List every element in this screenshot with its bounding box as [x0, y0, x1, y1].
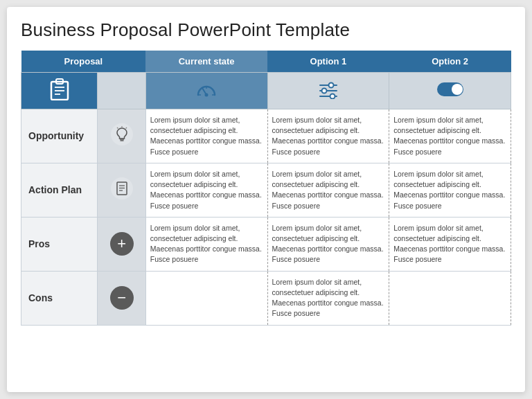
opportunity-opt1: Lorem ipsum dolor sit amet, consectetuer… [267, 109, 389, 163]
cons-opt2 [389, 271, 511, 325]
label-action-plan: Action Plan [21, 163, 98, 217]
speedometer-icon [195, 80, 218, 99]
th-proposal: Proposal [21, 51, 146, 73]
plus-circle-icon: + [110, 232, 134, 256]
row-action-plan: Action Plan Lorem ipsum dolor sit amet, … [21, 163, 511, 217]
icon-opportunity [98, 109, 145, 163]
icon-header-row [21, 73, 511, 109]
page-title: Business Proposal PowerPoint Template [21, 19, 511, 41]
th-option1: Option 1 [267, 51, 389, 73]
proposal-icon-spacer [98, 73, 145, 109]
pros-opt1: Lorem ipsum dolor sit amet, consectetuer… [267, 217, 389, 271]
header-row: Proposal Current state Option 1 Option 2 [21, 51, 511, 73]
cons-current [145, 271, 267, 325]
row-pros: Pros + Lorem ipsum dolor sit amet, conse… [21, 217, 511, 271]
page-container: Business Proposal PowerPoint Template Pr… [7, 7, 525, 392]
icon-pros: + [98, 217, 145, 271]
proposal-header-icon-cell [21, 73, 98, 109]
icon-action-plan [98, 163, 145, 217]
row-opportunity: Opportunity Lorem ipsum dolor sit amet, … [21, 109, 511, 163]
opt2-header-icon-cell [389, 73, 511, 109]
th-current-state: Current state [145, 51, 267, 73]
current-state-header-icon-cell [145, 73, 267, 109]
checklist-icon [110, 177, 134, 200]
action-plan-opt1: Lorem ipsum dolor sit amet, consectetuer… [267, 163, 389, 217]
svg-point-15 [330, 94, 335, 99]
opt1-header-icon-cell [267, 73, 389, 109]
action-plan-current: Lorem ipsum dolor sit amet, consectetuer… [145, 163, 267, 217]
action-plan-opt2: Lorem ipsum dolor sit amet, consectetuer… [389, 163, 511, 217]
icon-cons: − [98, 271, 145, 325]
label-opportunity: Opportunity [21, 109, 98, 163]
svg-point-13 [328, 83, 333, 88]
row-cons: Cons − Lorem ipsum dolor sit amet, conse… [21, 271, 511, 325]
toggle-icon [436, 82, 464, 97]
pros-opt2: Lorem ipsum dolor sit amet, consectetuer… [389, 217, 511, 271]
svg-point-14 [321, 89, 326, 94]
svg-point-17 [452, 84, 463, 95]
clipboard-icon [50, 78, 69, 100]
th-option2: Option 2 [389, 51, 511, 73]
cons-opt1: Lorem ipsum dolor sit amet, consectetuer… [267, 271, 389, 325]
opportunity-current: Lorem ipsum dolor sit amet, consectetuer… [145, 109, 267, 163]
minus-circle-icon: − [110, 286, 134, 310]
svg-point-6 [205, 94, 209, 97]
label-cons: Cons [21, 271, 98, 325]
lightbulb-icon [110, 123, 134, 146]
sliders-icon [317, 80, 339, 99]
opportunity-opt2: Lorem ipsum dolor sit amet, consectetuer… [389, 109, 511, 163]
label-pros: Pros [21, 217, 98, 271]
pros-current: Lorem ipsum dolor sit amet, consectetuer… [145, 217, 267, 271]
